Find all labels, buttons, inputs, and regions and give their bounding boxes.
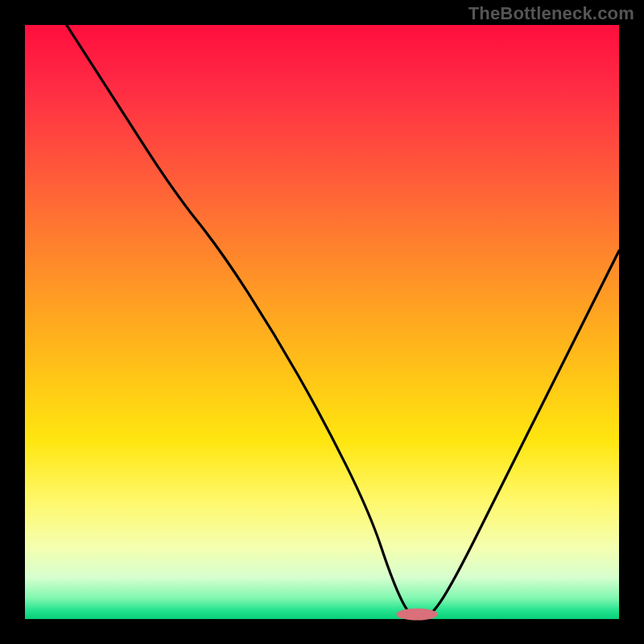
gradient-background [25,25,619,619]
optimum-marker [396,609,438,621]
bottleneck-chart [0,0,644,644]
chart-frame: { "watermark": { "text": "TheBottleneck.… [0,0,644,644]
watermark-text: TheBottleneck.com [469,3,634,24]
